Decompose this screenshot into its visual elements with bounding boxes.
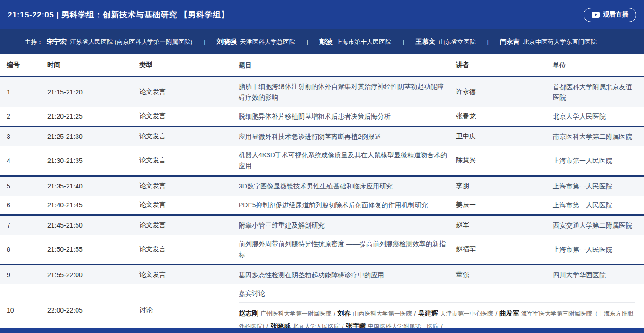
cell-type: 论文发言	[139, 221, 239, 230]
cell-type: 论文发言	[139, 88, 239, 96]
cell-org: 上海市第一人民医院	[553, 244, 637, 255]
table-body: 121:15-21:20论文发言脂肪干细胞海绵体注射前的体外自聚集对其治疗神经性…	[0, 77, 644, 333]
session-page: 21:15-22:05 | 男科学组：创新技术与基础研究 【男科学组】 观看直播…	[0, 0, 644, 333]
guest-org: 广州医科大学第一附属医院	[260, 310, 331, 317]
cell-number: 2	[7, 112, 47, 120]
table-row: 421:30-21:35论文发言机器人4K3D手术可视化系统成像质量及其在大鼠模…	[0, 146, 644, 175]
table-row: 521:35-21:40论文发言3D数字图像显微镜技术男性生殖基础和临床应用研究…	[0, 177, 644, 196]
moderator-name: 闫永吉	[500, 38, 520, 45]
cell-type: 论文发言	[139, 182, 239, 190]
moderator-name: 王慕文	[415, 38, 435, 45]
cell-time: 22:00-22:05	[47, 307, 139, 314]
cell-number: 7	[7, 222, 47, 229]
play-icon	[592, 12, 600, 18]
cell-type: 论文发言	[139, 156, 239, 165]
cell-time: 21:50-21:55	[47, 246, 139, 253]
cell-number: 6	[7, 201, 47, 209]
cell-number: 4	[7, 157, 47, 164]
cell-org: 西安交通大学第二附属医院	[553, 220, 637, 231]
column-header-speaker: 讲者	[456, 61, 553, 69]
column-header-number: 编号	[7, 61, 47, 69]
cell-speaker: 姜辰一	[456, 201, 553, 209]
cell-number: 5	[7, 182, 47, 190]
moderator-name: 宋宁宏	[47, 38, 67, 45]
table-row: 1022:00-22:05讨论嘉宾讨论赵志刚 广州医科大学第一附属医院/刘春 山…	[0, 284, 644, 333]
cell-type: 论文发言	[139, 245, 239, 254]
cell-speaker: 赵福军	[456, 245, 553, 254]
cell-time: 21:20-21:25	[47, 112, 139, 120]
cell-speaker: 卫中庆	[456, 132, 553, 141]
cell-time: 21:25-21:30	[47, 133, 139, 140]
cell-org: 南京医科大学第二附属医院	[553, 131, 637, 142]
cell-number: 9	[7, 271, 47, 279]
cell-type: 论文发言	[139, 271, 239, 279]
moderator-org: 北京中医药大学东直门医院	[523, 38, 597, 45]
discussion-label: 嘉宾讨论	[239, 288, 635, 299]
moderator-org: 江苏省人民医院 (南京医科大学第一附属医院)	[70, 38, 192, 45]
moderator-org: 天津医科大学总医院	[240, 38, 295, 45]
column-header-type: 类型	[139, 61, 239, 69]
cell-org: 上海市第一人民医院	[553, 181, 637, 191]
cell-title: 附睾小管三维重建及解剖研究	[239, 220, 456, 231]
moderator-list: 宋宁宏江苏省人民医院 (南京医科大学第一附属医院)|刘晓强天津医科大学总医院|彭…	[47, 38, 597, 46]
cell-time: 21:40-21:45	[47, 201, 139, 209]
table-row: 621:40-21:45论文发言PDE5抑制剂促进经尿道前列腺切除术后创面修复的…	[0, 196, 644, 214]
guest-separator: /	[334, 310, 335, 317]
cell-title: 3D数字图像显微镜技术男性生殖基础和临床应用研究	[239, 181, 456, 192]
table-row: 921:55-22:00论文发言基因多态性检测在阴茎勃起功能障碍诊疗中的应用董强…	[0, 265, 644, 284]
cell-speaker: 陈慧兴	[456, 156, 553, 165]
cell-org: 北京大学人民医院	[553, 111, 637, 121]
cell-number: 8	[7, 246, 47, 253]
next-session-bar	[0, 328, 644, 333]
moderator-separator: |	[204, 38, 205, 45]
discussion-divider	[239, 302, 635, 303]
cell-number: 10	[7, 307, 47, 314]
session-header: 21:15-22:05 | 男科学组：创新技术与基础研究 【男科学组】 观看直播	[0, 0, 644, 29]
cell-type: 讨论	[139, 306, 239, 315]
cell-title: 机器人4K3D手术可视化系统成像质量及其在大鼠模型显微精道吻合术的应用	[239, 150, 456, 171]
cell-discussion: 嘉宾讨论赵志刚 广州医科大学第一附属医院/刘春 山西医科大学第一医院/吴建辉 天…	[239, 288, 637, 333]
cell-time: 21:15-21:20	[47, 88, 139, 96]
column-header-title: 题目	[239, 60, 456, 71]
guest-org: 山西医科大学第一医院	[352, 310, 412, 317]
cell-speaker: 许永德	[456, 88, 553, 96]
cell-speaker: 赵军	[456, 221, 553, 230]
moderator-name: 刘晓强	[217, 38, 237, 45]
table-header-row: 编号时间类型题目讲者单位	[0, 54, 644, 76]
column-header-org: 单位	[553, 60, 637, 70]
moderator-separator: |	[403, 38, 404, 45]
moderators-label: 主持：	[25, 38, 43, 46]
cell-time: 21:35-21:40	[47, 182, 139, 190]
cell-title: 前列腺外周带前列腺特异性抗原密度 ——提高前列腺癌检测效率的新指标	[239, 239, 456, 260]
table-row: 721:45-21:50论文发言附睾小管三维重建及解剖研究赵军西安交通大学第二附…	[0, 216, 644, 235]
moderator-separator: |	[487, 38, 488, 45]
table-row: 821:50-21:55论文发言前列腺外周带前列腺特异性抗原密度 ——提高前列腺…	[0, 235, 644, 264]
cell-time: 21:45-21:50	[47, 222, 139, 229]
cell-title: 基因多态性检测在阴茎勃起功能障碍诊疗中的应用	[239, 270, 456, 281]
guest-name: 赵志刚	[239, 309, 258, 317]
cell-speaker: 张春龙	[456, 112, 553, 120]
cell-number: 1	[7, 88, 47, 96]
table-row: 221:20-21:25论文发言脱细胞异体补片移植阴茎增粗术后患者决策后悔分析张…	[0, 107, 644, 126]
table-row: 321:25-21:30论文发言应用显微外科技术急诊进行阴茎离断再植2例报道卫中…	[0, 127, 644, 146]
cell-org: 首都医科大学附属北京友谊医院	[553, 82, 637, 102]
cell-speaker: 李朋	[456, 182, 553, 190]
cell-title: 脱细胞异体补片移植阴茎增粗术后患者决策后悔分析	[239, 111, 456, 122]
guest-separator: /	[495, 310, 497, 317]
watch-live-label: 观看直播	[603, 10, 628, 19]
cell-number: 3	[7, 133, 47, 140]
cell-type: 论文发言	[139, 112, 239, 120]
moderator-name: 彭波	[319, 38, 333, 45]
cell-title: 应用显微外科技术急诊进行阴茎离断再植2例报道	[239, 131, 456, 142]
watch-live-button[interactable]: 观看直播	[584, 8, 636, 22]
column-header-time: 时间	[47, 61, 139, 69]
moderator-org: 山东省立医院	[438, 38, 475, 45]
session-title: 21:15-22:05 | 男科学组：创新技术与基础研究 【男科学组】	[8, 9, 229, 20]
guest-separator: /	[414, 310, 416, 317]
cell-type: 论文发言	[139, 201, 239, 209]
cell-speaker: 董强	[456, 271, 553, 279]
cell-org: 四川大学华西医院	[553, 270, 637, 280]
moderator-separator: |	[307, 38, 308, 45]
guest-name: 刘春	[338, 309, 351, 317]
cell-title: PDE5抑制剂促进经尿道前列腺切除术后创面修复的作用机制研究	[239, 200, 456, 211]
